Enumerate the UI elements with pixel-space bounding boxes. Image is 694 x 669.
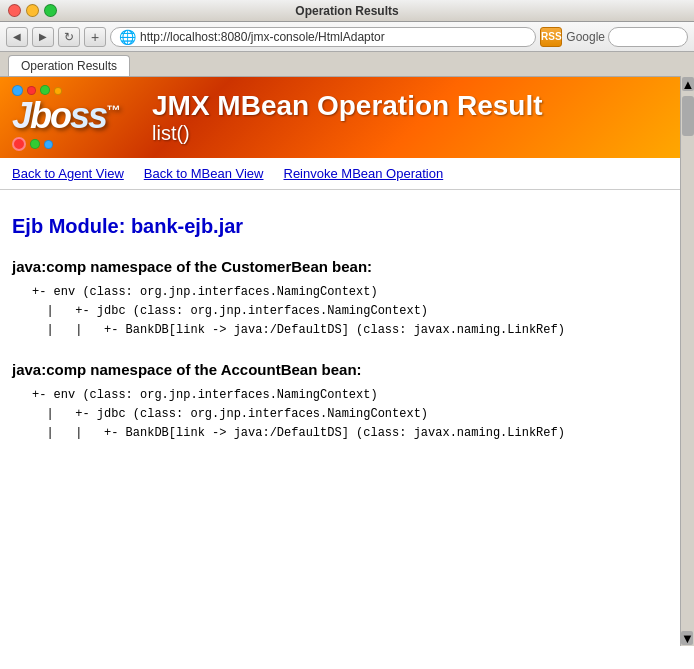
main-content: Ejb Module: bank-ejb.jar java:comp names… (0, 190, 694, 468)
section-2-tree: +- env (class: org.jnp.interfaces.Naming… (32, 386, 682, 444)
tab-bar: Operation Results (0, 52, 694, 76)
maximize-button[interactable] (44, 4, 57, 17)
minimize-button[interactable] (26, 4, 39, 17)
back-button[interactable]: ◀ (6, 27, 28, 47)
jmx-subtitle: list() (152, 122, 543, 145)
reinvoke-link[interactable]: Reinvoke MBean Operation (284, 166, 444, 181)
logo-dot-sm-blue (44, 140, 53, 149)
tab-operation-results[interactable]: Operation Results (8, 55, 130, 76)
search-area: Google (566, 27, 688, 47)
logo-dot-sm-green (30, 139, 40, 149)
search-input[interactable] (608, 27, 688, 47)
logo-tm: ™ (106, 102, 118, 118)
jboss-logo: Jboss™ (12, 85, 132, 150)
forward-button[interactable]: ▶ (32, 27, 54, 47)
title-bar-buttons (8, 4, 57, 17)
address-icon: 🌐 (119, 29, 136, 45)
vertical-scrollbar[interactable]: ▲ ▼ (680, 76, 694, 646)
logo-dot-red (27, 86, 36, 95)
url-text: http://localhost:8080/jmx-console/HtmlAd… (140, 30, 385, 44)
jmx-title: JMX MBean Operation Result (152, 90, 543, 122)
scrollbar-up-arrow[interactable]: ▲ (682, 77, 694, 91)
reload-button[interactable]: ↻ (58, 27, 80, 47)
section-1-tree: +- env (class: org.jnp.interfaces.Naming… (32, 283, 682, 341)
logo-text: Jboss™ (12, 98, 132, 134)
section-2-title: java:comp namespace of the AccountBean b… (12, 361, 682, 378)
nav-bar: ◀ ▶ ↻ + 🌐 http://localhost:8080/jmx-cons… (0, 22, 694, 52)
address-bar[interactable]: 🌐 http://localhost:8080/jmx-console/Html… (110, 27, 536, 47)
jmx-title-area: JMX MBean Operation Result list() (152, 90, 543, 145)
close-button[interactable] (8, 4, 21, 17)
add-tab-button[interactable]: + (84, 27, 106, 47)
section-1-title: java:comp namespace of the CustomerBean … (12, 258, 682, 275)
back-to-mbean-link[interactable]: Back to MBean View (144, 166, 264, 181)
module-title: Ejb Module: bank-ejb.jar (12, 215, 682, 238)
logo-dot-green (40, 85, 50, 95)
search-label: Google (566, 30, 605, 44)
scrollbar-down-arrow[interactable]: ▼ (681, 631, 693, 645)
logo-dot-orange (54, 87, 62, 95)
browser-content: Jboss™ JMX MBean Operation Result list()… (0, 76, 694, 669)
back-to-agent-link[interactable]: Back to Agent View (12, 166, 124, 181)
tab-label: Operation Results (21, 59, 117, 73)
nav-links: Back to Agent View Back to MBean View Re… (0, 158, 694, 190)
rss-button[interactable]: RSS (540, 27, 562, 47)
logo-dot-big-red (12, 137, 26, 151)
title-bar: Operation Results (0, 0, 694, 22)
jboss-header: Jboss™ JMX MBean Operation Result list() (0, 77, 694, 158)
scrollbar-thumb[interactable] (682, 96, 694, 136)
window-title: Operation Results (295, 4, 398, 18)
